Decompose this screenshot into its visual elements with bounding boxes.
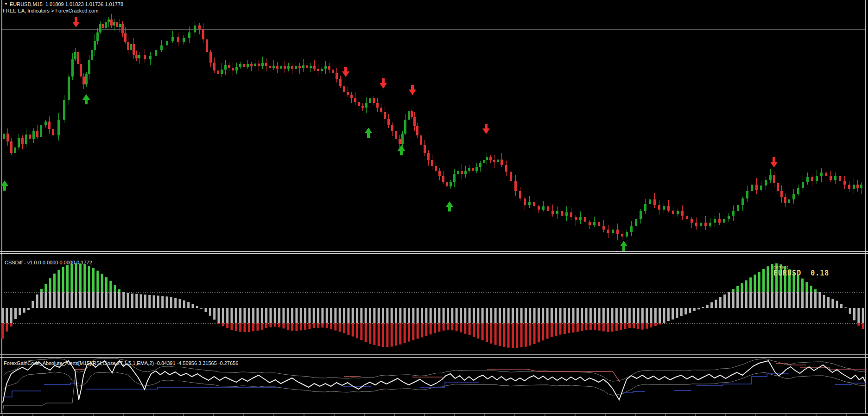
bear-candle (276, 66, 279, 69)
bear-candle (589, 222, 591, 225)
bear-candle (524, 198, 526, 205)
bull-candle (714, 219, 716, 223)
histogram-bar (762, 269, 765, 292)
bull-candle (74, 52, 76, 59)
histogram-bar (572, 308, 575, 323)
blue-signal-line (86, 388, 278, 389)
bear-candle (686, 216, 688, 219)
histogram-bar (36, 294, 38, 308)
bull-candle (85, 74, 88, 84)
bear-candle (780, 191, 783, 197)
histogram-bar (633, 308, 635, 323)
forexgaincode-indicator-label: ForexGainCode_Absolute_Alerts[M15](RSI,C… (4, 360, 238, 366)
bear-candle (514, 181, 517, 191)
histogram-bar (187, 302, 190, 308)
histogram-bar (814, 289, 817, 292)
bear-candle (198, 26, 201, 29)
histogram-bar (568, 308, 570, 323)
histogram-bar (723, 294, 726, 308)
histogram-bar (827, 297, 830, 308)
histogram-bar (6, 323, 8, 332)
bear-candle (48, 122, 51, 129)
histogram-bar (456, 323, 458, 331)
histogram-bar (378, 323, 380, 346)
bull-candle (138, 55, 140, 58)
histogram-bar (538, 308, 540, 323)
histogram-bar (555, 308, 557, 323)
histogram-bar (641, 323, 644, 330)
histogram-bar (1, 323, 4, 339)
bear-candle (350, 95, 353, 98)
histogram-bar (460, 323, 462, 333)
histogram-bar (334, 308, 336, 323)
bull-candle (401, 134, 404, 144)
chart-title: ▼EURUSD,M15 1.01809 1.01823 1.01736 1.01… (4, 1, 123, 7)
watermark-text: FREE EA, Indicators > ForexCracked.com (3, 8, 98, 13)
histogram-bar (788, 292, 791, 308)
histogram-bar (477, 323, 479, 339)
chart-canvas[interactable] (0, 0, 868, 416)
cssdiff-histogram[interactable] (1, 263, 864, 348)
bear-candle (209, 52, 212, 63)
candlestick-chart[interactable] (3, 14, 862, 240)
histogram-bar (19, 308, 21, 315)
bear-candle (773, 175, 775, 183)
bull-candle (224, 65, 227, 70)
histogram-bar (83, 264, 86, 292)
bull-candle (149, 56, 152, 59)
histogram-bar (628, 323, 631, 328)
bear-candle (21, 138, 24, 144)
bull-candle (310, 66, 312, 68)
bull-candle (71, 59, 74, 77)
histogram-bar (577, 323, 579, 332)
symbol-dropdown-icon[interactable]: ▼ (4, 2, 8, 6)
histogram-bar (516, 308, 518, 323)
histogram-bar (369, 308, 371, 323)
bear-candle (718, 219, 721, 223)
histogram-bar (295, 323, 298, 331)
bear-candle (501, 160, 503, 165)
bear-candle (411, 111, 413, 117)
histogram-bar (27, 308, 30, 310)
bull-candle (663, 206, 665, 210)
bear-candle (667, 206, 670, 211)
bear-candle (856, 185, 859, 188)
bull-candle (113, 22, 115, 26)
histogram-bar (507, 323, 510, 348)
histogram-bar (857, 308, 860, 323)
bear-candle (347, 92, 349, 95)
bear-candle (339, 79, 342, 86)
histogram-bar (516, 323, 518, 348)
histogram-bar (810, 292, 812, 308)
histogram-bar (49, 292, 51, 308)
bull-candle (14, 147, 16, 153)
histogram-bar (282, 308, 285, 323)
histogram-bar (148, 295, 151, 308)
bear-candle (602, 226, 605, 230)
bear-candle (217, 70, 219, 74)
bear-candle (317, 69, 319, 71)
bear-candle (265, 63, 267, 66)
bull-candle (723, 219, 725, 223)
buy-arrow-icon (398, 145, 405, 155)
histogram-bar (92, 268, 95, 292)
histogram-bar (438, 308, 440, 323)
histogram-bar (486, 308, 488, 323)
histogram-bar (75, 263, 77, 292)
histogram-bar (395, 323, 397, 346)
oscillator-lines[interactable] (3, 358, 867, 412)
histogram-bar (408, 308, 410, 323)
histogram-bar (862, 308, 864, 323)
bear-candle (380, 108, 382, 112)
bull-candle (166, 41, 168, 45)
bear-candle (387, 119, 390, 125)
bear-candle (777, 183, 779, 191)
time-axis[interactable] (0, 413, 868, 416)
histogram-bar (235, 308, 237, 323)
histogram-bar (779, 292, 782, 308)
bear-candle (547, 206, 549, 211)
histogram-bar (486, 323, 488, 342)
bear-candle (291, 66, 293, 69)
bear-candle (82, 77, 85, 84)
bear-candle (598, 222, 600, 226)
